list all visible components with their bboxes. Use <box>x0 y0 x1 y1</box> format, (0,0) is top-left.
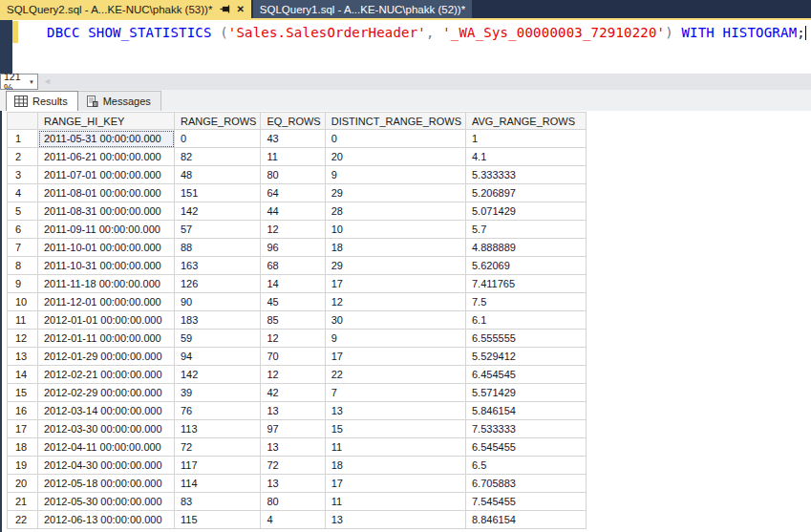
column-header[interactable]: DISTINCT_RANGE_ROWS <box>326 112 466 130</box>
grid-cell[interactable]: 142 <box>175 366 261 384</box>
column-header[interactable]: AVG_RANGE_ROWS <box>466 112 587 130</box>
grid-cell[interactable]: 5.7 <box>466 221 587 239</box>
grid-cell[interactable]: 80 <box>261 166 325 184</box>
grid-cell[interactable]: 42 <box>261 384 325 402</box>
grid-cell[interactable]: 6.5 <box>466 457 587 475</box>
grid-cell[interactable]: 5.071429 <box>466 202 587 221</box>
grid-cell[interactable]: 10 <box>326 221 466 239</box>
grid-cell[interactable]: 5.206897 <box>466 184 587 202</box>
grid-cell[interactable]: 11 <box>261 148 325 166</box>
row-header[interactable]: 4 <box>7 184 38 202</box>
grid-cell[interactable]: 2011-05-31 00:00:00.000 <box>38 130 175 148</box>
grid-cell[interactable]: 48 <box>175 166 261 184</box>
column-header[interactable]: EQ_ROWS <box>261 112 325 130</box>
grid-cell[interactable]: 14 <box>261 275 325 293</box>
grid-cell[interactable]: 2012-02-29 00:00:00.000 <box>38 384 175 402</box>
grid-cell[interactable]: 5.571429 <box>466 384 587 402</box>
grid-cell[interactable]: 94 <box>175 348 261 366</box>
grid-cell[interactable]: 11 <box>326 493 466 511</box>
grid-cell[interactable]: 39 <box>175 384 261 402</box>
grid-cell[interactable]: 2012-03-14 00:00:00.000 <box>38 402 175 420</box>
grid-cell[interactable]: 4.888889 <box>466 239 587 257</box>
row-header[interactable]: 13 <box>7 348 38 366</box>
grid-cell[interactable]: 183 <box>175 311 261 330</box>
grid-cell[interactable]: 2012-05-30 00:00:00.000 <box>38 493 175 511</box>
grid-cell[interactable]: 2011-07-01 00:00:00.000 <box>38 166 175 184</box>
tab-messages[interactable]: Messages <box>78 91 161 111</box>
grid-cell[interactable]: 13 <box>261 475 325 493</box>
grid-cell[interactable]: 12 <box>326 293 466 311</box>
grid-cell[interactable]: 90 <box>175 293 261 311</box>
grid-cell[interactable]: 2011-06-21 00:00:00.000 <box>38 148 175 166</box>
grid-cell[interactable]: 2011-08-01 00:00:00.000 <box>38 184 175 202</box>
grid-cell[interactable]: 43 <box>261 130 325 148</box>
grid-cell[interactable]: 5.846154 <box>466 402 587 420</box>
grid-cell[interactable]: 18 <box>326 239 466 257</box>
query-editor[interactable]: DBCC SHOW_STATISTICS ('Sales.SalesOrderH… <box>0 20 811 74</box>
hscroll-left-arrow-icon[interactable]: ◄ <box>43 74 52 90</box>
grid-cell[interactable]: 97 <box>261 420 325 438</box>
grid-cell[interactable]: 80 <box>261 493 325 511</box>
grid-cell[interactable]: 59 <box>175 330 261 348</box>
grid-cell[interactable]: 68 <box>261 257 325 275</box>
grid-cell[interactable]: 7.411765 <box>466 275 587 293</box>
zoom-dropdown[interactable]: 121 % ▼ <box>0 74 38 90</box>
grid-cell[interactable]: 5.333333 <box>466 166 587 184</box>
grid-cell[interactable]: 2011-12-01 00:00:00.000 <box>38 293 175 311</box>
grid-cell[interactable]: 7.545455 <box>466 493 587 511</box>
grid-corner-header[interactable] <box>7 112 38 130</box>
grid-cell[interactable]: 5.529412 <box>466 348 587 366</box>
row-header[interactable]: 17 <box>7 420 38 438</box>
row-header[interactable]: 6 <box>7 221 38 239</box>
grid-cell[interactable]: 13 <box>261 402 325 420</box>
grid-cell[interactable]: 4.1 <box>466 148 587 166</box>
row-header[interactable]: 2 <box>7 148 38 166</box>
grid-cell[interactable]: 12 <box>261 221 325 239</box>
grid-cell[interactable]: 17 <box>326 475 466 493</box>
row-header[interactable]: 15 <box>7 384 38 402</box>
row-header[interactable]: 19 <box>7 457 38 475</box>
row-header[interactable]: 20 <box>7 475 38 493</box>
grid-cell[interactable]: 113 <box>175 420 261 438</box>
grid-cell[interactable]: 70 <box>261 348 325 366</box>
grid-cell[interactable]: 96 <box>261 239 325 257</box>
row-header[interactable]: 18 <box>7 438 38 457</box>
close-icon[interactable]: ✕ <box>236 5 244 14</box>
grid-cell[interactable]: 64 <box>261 184 325 202</box>
grid-cell[interactable]: 2011-10-01 00:00:00.000 <box>38 239 175 257</box>
grid-cell[interactable]: 163 <box>175 257 261 275</box>
grid-cell[interactable]: 22 <box>326 366 466 384</box>
grid-cell[interactable]: 4 <box>261 511 325 529</box>
grid-cell[interactable]: 6.454545 <box>466 366 587 384</box>
grid-cell[interactable]: 88 <box>175 239 261 257</box>
grid-cell[interactable]: 7.533333 <box>466 420 587 438</box>
grid-cell[interactable]: 57 <box>175 221 261 239</box>
grid-cell[interactable]: 85 <box>261 311 325 330</box>
grid-cell[interactable]: 1 <box>466 130 587 148</box>
grid-cell[interactable]: 2012-03-30 00:00:00.000 <box>38 420 175 438</box>
grid-cell[interactable]: 45 <box>261 293 325 311</box>
grid-cell[interactable]: 2012-01-01 00:00:00.000 <box>38 311 175 330</box>
row-header[interactable]: 1 <box>7 130 38 148</box>
grid-cell[interactable]: 2012-04-30 00:00:00.000 <box>38 457 175 475</box>
grid-cell[interactable]: 2012-02-21 00:00:00.000 <box>38 366 175 384</box>
grid-cell[interactable]: 2012-06-13 00:00:00.000 <box>38 511 175 529</box>
grid-cell[interactable]: 126 <box>175 275 261 293</box>
grid-cell[interactable]: 114 <box>175 475 261 493</box>
grid-cell[interactable]: 115 <box>175 511 261 529</box>
tab-sqlquery2[interactable]: SQLQuery2.sql - A...KE-NUC\phakk (53))* … <box>0 0 251 18</box>
row-header[interactable]: 8 <box>7 257 38 275</box>
grid-cell[interactable]: 2012-01-11 00:00:00.000 <box>38 330 175 348</box>
row-header[interactable]: 3 <box>7 166 38 184</box>
tab-sqlquery1[interactable]: SQLQuery1.sql - A...KE-NUC\phakk (52))* <box>253 0 472 18</box>
grid-cell[interactable]: 17 <box>326 348 466 366</box>
grid-cell[interactable]: 28 <box>326 202 466 221</box>
grid-cell[interactable]: 6.555555 <box>466 330 587 348</box>
grid-cell[interactable]: 6.705883 <box>466 475 587 493</box>
grid-cell[interactable]: 44 <box>261 202 325 221</box>
grid-cell[interactable]: 151 <box>175 184 261 202</box>
grid-cell[interactable]: 29 <box>326 184 466 202</box>
grid-cell[interactable]: 83 <box>175 493 261 511</box>
pin-icon[interactable] <box>220 4 230 14</box>
grid-cell[interactable]: 29 <box>326 257 466 275</box>
